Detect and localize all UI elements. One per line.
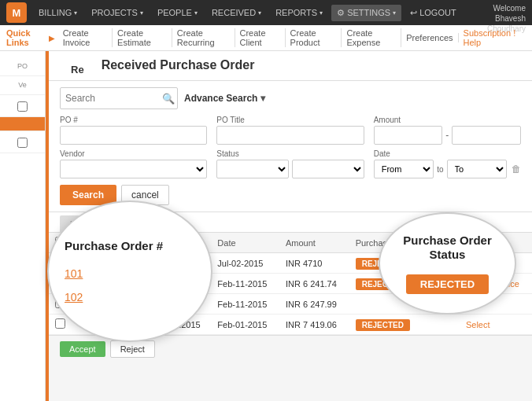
po-status-select[interactable] — [292, 160, 364, 178]
amount-from-input[interactable] — [374, 126, 443, 145]
sidebar-po-label: PO — [3, 62, 42, 71]
tab-accept[interactable]: Accept — [60, 215, 104, 232]
row-action[interactable]: vert to invoice — [460, 274, 532, 294]
sidebar-extra — [0, 131, 45, 153]
settings-caret: ▾ — [393, 9, 396, 17]
row-action[interactable]: Select — [460, 315, 532, 335]
quick-links-bar: Quick Links ▶ Create Invoice Create Esti… — [0, 25, 532, 51]
date-label: Date — [374, 149, 521, 158]
table-header-row: Purchase Order # Vendor Date Amount Purc… — [49, 233, 532, 253]
row-checkbox-cell — [49, 274, 72, 294]
date-from-select[interactable]: From — [374, 160, 434, 178]
status-select[interactable] — [216, 160, 289, 178]
row-po-number: 102 — [72, 294, 161, 315]
status-label: Status — [216, 149, 364, 158]
nav-settings[interactable]: ⚙ SETTINGS ▾ — [331, 5, 401, 21]
quicklink-create-client[interactable]: Create Client — [235, 28, 286, 47]
search-icon: 🔍 — [162, 93, 175, 105]
row-date: Jul-02-2015 — [211, 253, 279, 274]
row-checkbox-cell — [49, 253, 72, 274]
po-title-input[interactable] — [216, 126, 364, 145]
action-link-2[interactable]: ct — [466, 300, 473, 309]
nav-people[interactable]: PEOPLE ▾ — [152, 5, 203, 20]
date-group: Date From to To 🗑 — [374, 149, 521, 178]
nav-logout[interactable]: ↩ LOGOUT — [405, 5, 461, 21]
date-clear-icon[interactable]: 🗑 — [512, 164, 521, 175]
nav-projects[interactable]: PROJECTS ▾ — [86, 5, 149, 20]
quicklink-subscription[interactable]: Subscription ! Help — [459, 28, 526, 47]
quicklink-create-recurring[interactable]: Create Recurring — [172, 28, 235, 47]
table-row: 102 ny Feb-11-2015 INR 6 241.74 REJECTED… — [49, 274, 532, 294]
sidebar-ve-section: Ve — [0, 76, 45, 95]
tab-pt[interactable]: pt — [105, 215, 130, 232]
row-amount: INR 6 247.99 — [279, 294, 349, 315]
select-all-checkbox[interactable] — [55, 237, 65, 247]
sidebar-ve-label: Ve — [3, 81, 42, 90]
sidebar-check-section[interactable] — [0, 95, 45, 117]
col-po-number: Purchase Order # — [72, 233, 161, 253]
table-row: 102 Feb-11-2015 INR 6 247.99 ct — [49, 294, 532, 315]
vendor-label: Vendor — [60, 149, 207, 158]
table-row: 2022015 Feb-01-2015 INR 7 419.06 REJECTE… — [49, 315, 532, 335]
quicklink-create-expense[interactable]: Create Expense — [342, 28, 401, 47]
row-checkbox-3[interactable] — [55, 318, 65, 329]
date-to-select[interactable]: To — [447, 160, 508, 178]
amount-label: Amount — [374, 116, 521, 124]
accept-button[interactable]: Accept — [60, 341, 105, 357]
sidebar-checkbox-2[interactable] — [17, 138, 28, 148]
advance-search-button[interactable]: Advance Search ▾ — [184, 93, 265, 104]
search-button[interactable]: Search — [60, 185, 116, 205]
projects-caret: ▾ — [140, 9, 143, 17]
row-vendor: 2022015 — [161, 315, 212, 335]
advanced-search-form: PO # PO Title Amount - — [60, 116, 521, 178]
nav-reports[interactable]: REPORTS ▾ — [270, 5, 328, 20]
vendor-select[interactable] — [60, 160, 207, 178]
amount-group: Amount - — [374, 116, 521, 145]
action-link-3[interactable]: Select — [466, 320, 490, 329]
table-tabs: Accept pt — [49, 212, 532, 233]
cancel-button[interactable]: cancel — [121, 185, 169, 205]
quicklink-create-product[interactable]: Create Product — [286, 28, 342, 47]
po-number-link-2[interactable]: 102 — [78, 300, 92, 309]
logout-icon: ↩ — [410, 8, 417, 18]
action-link-1[interactable]: vert to invoice — [466, 279, 519, 289]
row-amount: INR 7 419.06 — [279, 315, 349, 335]
search-area: 🔍 Advance Search ▾ PO # PO Title — [49, 81, 532, 212]
nav-billing[interactable]: BILLING ▾ — [33, 5, 83, 20]
quicklink-create-estimate[interactable]: Create Estimate — [113, 28, 172, 47]
search-input-wrap: 🔍 — [60, 87, 178, 109]
po-number-input[interactable] — [60, 126, 207, 145]
row-action[interactable]: ct — [460, 294, 532, 315]
sidebar-checkbox[interactable] — [17, 101, 28, 112]
main-content: PO Ve Re Received Purchase Order — [0, 51, 532, 401]
received-caret: ▾ — [258, 9, 261, 17]
po-table: Purchase Order # Vendor Date Amount Purc… — [49, 233, 532, 335]
reject-button[interactable]: Reject — [110, 340, 155, 358]
search-icon-button[interactable]: 🔍 — [162, 93, 175, 105]
col-vendor: Vendor — [161, 233, 212, 253]
quicklinks-arrow-icon: ▶ — [49, 34, 55, 42]
amount-to-input[interactable] — [452, 126, 521, 145]
top-nav: M BILLING ▾ PROJECTS ▾ PEOPLE ▾ RECEIVED… — [0, 0, 532, 25]
sidebar-orange-section — [0, 117, 45, 131]
row-po-number: 101 — [72, 253, 161, 274]
quicklink-preferences[interactable]: Preferences — [401, 33, 458, 42]
row-status: REJECTED — [349, 274, 460, 294]
row-amount: INR 6 241.74 — [279, 274, 349, 294]
page-area: Re Received Purchase Order 🔍 Advance Sea… — [49, 51, 532, 401]
col-checkbox — [49, 233, 72, 253]
advance-search-caret-icon: ▾ — [260, 93, 265, 104]
row-checkbox-1[interactable] — [55, 278, 65, 288]
row-checkbox-0[interactable] — [55, 257, 65, 267]
search-input[interactable] — [60, 87, 178, 109]
nav-received[interactable]: RECEIVED ▾ — [206, 5, 267, 20]
po-number-link-0[interactable]: 101 — [78, 259, 92, 268]
col-status: Purchase Order Status — [349, 233, 460, 253]
po-number-link-1[interactable]: 102 — [78, 279, 92, 289]
table-bottom-bar: Accept Reject — [49, 335, 532, 362]
re-label: Re — [60, 57, 95, 77]
row-checkbox-2[interactable] — [55, 298, 65, 308]
quicklink-create-invoice[interactable]: Create Invoice — [58, 28, 113, 47]
row-date: Feb-11-2015 — [211, 274, 279, 294]
row-vendor: e — [161, 253, 212, 274]
